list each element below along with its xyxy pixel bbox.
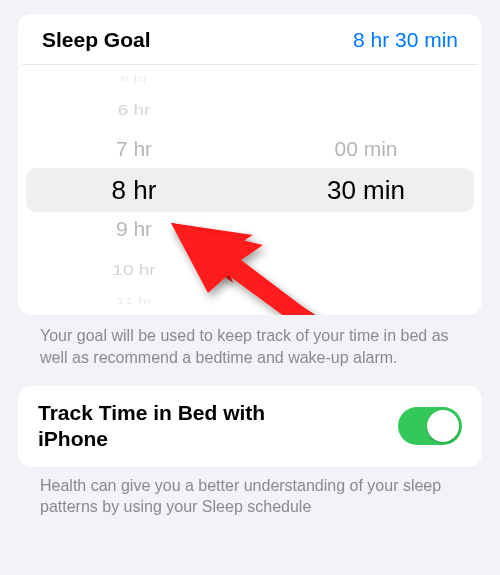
- picker-option: [250, 295, 482, 307]
- picker-option-selected[interactable]: 8 hr: [18, 170, 250, 210]
- picker-option[interactable]: 10 hr: [18, 254, 250, 285]
- toggle-knob: [427, 410, 459, 442]
- picker-option[interactable]: 00 min: [250, 132, 482, 169]
- sleep-goal-card: Sleep Goal 8 hr 30 min 5 hr 6 hr 7 hr 8 …: [18, 14, 482, 315]
- picker-option[interactable]: 5 hr: [18, 73, 250, 85]
- picker-option[interactable]: 9 hr: [18, 212, 250, 249]
- sleep-goal-caption: Your goal will be used to keep track of …: [18, 315, 482, 386]
- picker-option: [250, 254, 482, 285]
- sleep-goal-value[interactable]: 8 hr 30 min: [353, 28, 458, 52]
- track-time-card: Track Time in Bed with iPhone: [18, 386, 482, 467]
- picker-option[interactable]: 11 hr: [18, 295, 250, 307]
- track-time-toggle[interactable]: [398, 407, 462, 445]
- picker-option[interactable]: 7 hr: [18, 132, 250, 169]
- sleep-goal-title: Sleep Goal: [42, 28, 151, 52]
- track-time-caption: Health can give you a better understandi…: [18, 467, 482, 536]
- picker-option: [250, 94, 482, 125]
- hours-wheel[interactable]: 5 hr 6 hr 7 hr 8 hr 9 hr 10 hr 11 hr: [18, 65, 250, 315]
- minutes-wheel[interactable]: 00 min 30 min: [250, 65, 482, 315]
- picker-option-selected[interactable]: 30 min: [250, 170, 482, 210]
- picker-option[interactable]: 6 hr: [18, 94, 250, 125]
- picker-option: [250, 212, 482, 249]
- track-time-row: Track Time in Bed with iPhone: [18, 386, 482, 467]
- sleep-goal-header: Sleep Goal 8 hr 30 min: [22, 14, 478, 65]
- sleep-goal-picker[interactable]: 5 hr 6 hr 7 hr 8 hr 9 hr 10 hr 11 hr 00 …: [18, 65, 482, 315]
- picker-option: [250, 73, 482, 85]
- track-time-label: Track Time in Bed with iPhone: [38, 400, 338, 453]
